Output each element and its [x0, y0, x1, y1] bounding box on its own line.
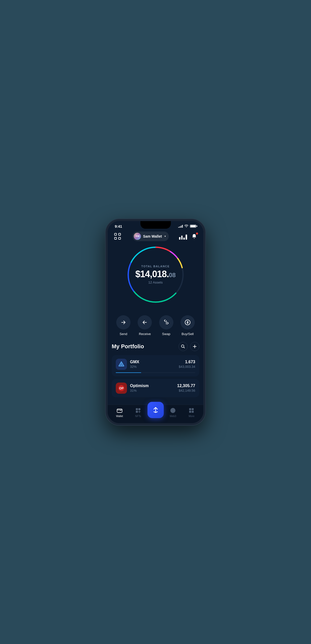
svg-rect-19: [138, 408, 140, 410]
phone-frame: 9:41: [106, 219, 205, 425]
gmx-pct: 32%: [130, 365, 176, 369]
nav-web3[interactable]: Web3: [164, 407, 182, 418]
add-asset-button[interactable]: [190, 342, 199, 351]
svg-rect-24: [192, 408, 194, 410]
phone-screen: 9:41: [108, 221, 203, 423]
balance-amount: $14,018. 08: [135, 269, 176, 279]
nav-wallet[interactable]: Wallet: [110, 407, 129, 418]
svg-text:OP: OP: [119, 387, 123, 390]
notification-badge: [196, 232, 198, 235]
buysell-label: Buy/Sell: [182, 332, 194, 336]
svg-rect-0: [114, 233, 117, 235]
action-buttons: Send Receive Swap: [108, 310, 203, 342]
svg-rect-2: [114, 237, 117, 239]
send-label: Send: [120, 332, 127, 336]
status-icons: [178, 225, 196, 228]
balance-label: TOTAL BALANCE: [135, 265, 176, 268]
gmx-usd: $43,003.34: [179, 365, 195, 369]
svg-rect-1: [119, 233, 121, 235]
balance-display: TOTAL BALANCE $14,018. 08 12 Assets: [135, 265, 176, 284]
balance-decimal: 08: [169, 272, 176, 279]
nav-more-label: More: [189, 415, 194, 418]
svg-rect-25: [189, 411, 191, 413]
op-usd: $42,149.56: [177, 389, 195, 392]
receive-button[interactable]: Receive: [138, 315, 152, 336]
search-button[interactable]: [178, 342, 188, 351]
portfolio-actions: [178, 342, 199, 351]
op-name: Optimism: [130, 384, 174, 388]
svg-rect-23: [189, 408, 191, 410]
nav-nfts[interactable]: NFTs: [129, 407, 147, 418]
gmx-bar-container: [116, 372, 195, 373]
balance-section: TOTAL BALANCE $14,018. 08 12 Assets: [108, 244, 203, 310]
gmx-name: GMX: [130, 360, 176, 364]
portfolio-title: My Portfolio: [112, 343, 144, 350]
wifi-icon: [184, 225, 188, 228]
swap-button[interactable]: Swap: [159, 315, 173, 336]
bottom-navigation: Wallet NFTs: [108, 405, 203, 423]
signal-icon: [178, 225, 183, 228]
balance-circle: TOTAL BALANCE $14,018. 08 12 Assets: [125, 244, 186, 305]
gmx-bar: [116, 372, 141, 373]
nav-web3-label: Web3: [170, 415, 176, 418]
svg-rect-20: [136, 411, 138, 413]
op-icon: OP: [116, 383, 127, 394]
buysell-button[interactable]: Buy/Sell: [181, 315, 195, 336]
gmx-icon: [116, 359, 127, 370]
analytics-button[interactable]: [179, 233, 187, 240]
balance-main: $14,018.: [135, 269, 169, 279]
chevron-down-icon: ▾: [165, 235, 166, 238]
svg-rect-3: [119, 237, 121, 239]
nav-wallet-label: Wallet: [116, 415, 123, 418]
status-time: 9:41: [115, 224, 122, 228]
avatar: SW: [134, 233, 141, 240]
balance-assets: 12 Assets: [135, 280, 176, 284]
asset-card-optimism[interactable]: OP Optimism 31% 12,305.77 $42,149.56: [112, 379, 199, 397]
wallet-name: Sam Wallet: [143, 234, 162, 238]
notch: [140, 221, 171, 229]
send-button[interactable]: Send: [116, 315, 130, 336]
svg-rect-26: [192, 411, 194, 413]
op-pct: 31%: [130, 389, 174, 392]
header: SW Sam Wallet ▾: [108, 229, 203, 244]
svg-rect-17: [117, 409, 122, 412]
header-right: [179, 232, 198, 240]
portfolio-header: My Portfolio: [112, 342, 199, 351]
asset-card-gmx[interactable]: GMX 32% 1.673 $43,003.34: [112, 355, 199, 376]
nav-nfts-label: NFTs: [135, 415, 141, 418]
scan-button[interactable]: [113, 232, 122, 241]
op-amount: 12,305.77: [177, 384, 195, 388]
receive-label: Receive: [139, 332, 151, 336]
gmx-amount: 1.673: [179, 360, 195, 364]
svg-rect-18: [136, 408, 138, 410]
notification-button[interactable]: [190, 232, 198, 240]
swap-label: Swap: [162, 332, 170, 336]
nav-more[interactable]: More: [182, 407, 201, 418]
wallet-selector[interactable]: SW Sam Wallet ▾: [133, 232, 169, 241]
portfolio-section: My Portfolio: [108, 342, 203, 405]
nav-center-button[interactable]: [148, 402, 164, 418]
battery-icon: [190, 225, 196, 228]
